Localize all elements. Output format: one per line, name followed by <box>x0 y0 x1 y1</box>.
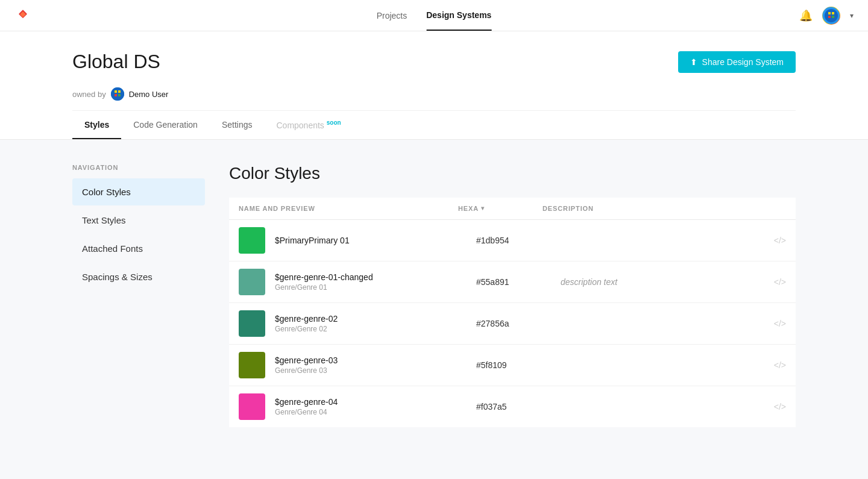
col-hexa-header: HEXA ▾ <box>458 205 542 212</box>
svg-rect-10 <box>115 94 117 96</box>
color-swatch <box>239 393 265 420</box>
sidebar-nav-label: NAVIGATION <box>72 164 205 171</box>
chevron-down-icon[interactable]: ▾ <box>850 11 854 20</box>
color-hexa: #55a891 <box>476 277 561 287</box>
color-var-name: $genre-genre-01-changed <box>275 272 476 282</box>
code-icon[interactable]: </> <box>762 236 786 245</box>
header-right: 🔔 ▾ <box>799 7 854 25</box>
header-left <box>14 7 31 24</box>
code-icon[interactable]: </> <box>762 360 786 370</box>
code-icon[interactable]: </> <box>762 277 786 287</box>
svg-rect-9 <box>118 90 121 93</box>
svg-rect-11 <box>118 94 121 96</box>
main-content: Color Styles NAME AND PREVIEW HEXA ▾ DES… <box>229 164 796 455</box>
color-row: $genre-genre-02 Genre/Genre 02 #27856a <… <box>229 303 796 345</box>
svg-rect-4 <box>832 12 834 14</box>
page-title-row: Global DS ⬆ Share Design System <box>72 51 796 73</box>
color-path: Genre/Genre 03 <box>275 366 476 375</box>
color-row: $PrimaryPrimary 01 #1db954 </> <box>229 220 796 261</box>
avatar-inner <box>823 7 840 24</box>
sidebar-item-text-styles[interactable]: Text Styles <box>72 207 205 234</box>
color-name-col: $genre-genre-02 Genre/Genre 02 <box>275 314 476 333</box>
color-description: description text <box>561 277 762 287</box>
owner-name: Demo User <box>129 90 169 99</box>
code-icon[interactable]: </> <box>762 319 786 328</box>
section-title: Color Styles <box>229 164 796 183</box>
code-icon[interactable]: </> <box>762 402 786 412</box>
col-desc-header: DESCRIPTION <box>542 205 762 212</box>
content-area: NAVIGATION Color Styles Text Styles Atta… <box>0 140 868 479</box>
owner-avatar <box>111 87 124 101</box>
sort-icon[interactable]: ▾ <box>481 205 485 211</box>
color-row: $genre-genre-01-changed Genre/Genre 01 #… <box>229 261 796 303</box>
col-name-header: NAME AND PREVIEW <box>239 205 458 212</box>
color-var-name: $genre-genre-04 <box>275 397 476 407</box>
color-name-col: $genre-genre-01-changed Genre/Genre 01 <box>275 272 476 292</box>
color-hexa: #f037a5 <box>476 402 561 412</box>
color-path: Genre/Genre 02 <box>275 325 476 333</box>
page-header: Global DS ⬆ Share Design System owned by… <box>0 31 868 140</box>
svg-rect-5 <box>828 16 831 18</box>
tab-bar: Styles Code Generation Settings Componen… <box>72 110 796 139</box>
share-icon: ⬆ <box>690 57 697 67</box>
app-header: Projects Design Systems 🔔 ▾ <box>0 0 868 31</box>
nav-projects[interactable]: Projects <box>377 1 407 30</box>
sidebar: NAVIGATION Color Styles Text Styles Atta… <box>72 164 205 455</box>
color-hexa: #5f8109 <box>476 360 561 370</box>
svg-rect-3 <box>828 12 831 14</box>
tab-code-generation[interactable]: Code Generation <box>121 111 210 139</box>
color-path: Genre/Genre 04 <box>275 408 476 416</box>
color-name-col: $genre-genre-03 Genre/Genre 03 <box>275 355 476 375</box>
color-swatch <box>239 227 265 254</box>
color-hexa: #1db954 <box>476 236 561 245</box>
color-hexa: #27856a <box>476 319 561 328</box>
svg-point-2 <box>825 9 838 22</box>
svg-rect-6 <box>832 16 834 18</box>
bell-icon[interactable]: 🔔 <box>799 9 813 22</box>
owned-row: owned by Demo User <box>72 87 796 101</box>
soon-badge: soon <box>327 119 341 126</box>
svg-rect-8 <box>115 90 117 93</box>
app-logo[interactable] <box>14 7 31 24</box>
color-swatch <box>239 352 265 378</box>
svg-point-7 <box>111 87 124 101</box>
avatar[interactable] <box>822 7 840 25</box>
share-button[interactable]: ⬆ Share Design System <box>678 51 796 73</box>
color-row: $genre-genre-03 Genre/Genre 03 #5f8109 <… <box>229 345 796 386</box>
color-swatch <box>239 269 265 295</box>
color-row: $genre-genre-04 Genre/Genre 04 #f037a5 <… <box>229 386 796 427</box>
nav-design-systems[interactable]: Design Systems <box>426 1 491 31</box>
color-rows-container: $PrimaryPrimary 01 #1db954 </> $genre-ge… <box>229 220 796 427</box>
sidebar-item-spacings-sizes[interactable]: Spacings & Sizes <box>72 263 205 290</box>
color-name-col: $genre-genre-04 Genre/Genre 04 <box>275 397 476 416</box>
color-path: Genre/Genre 01 <box>275 283 476 292</box>
tab-settings[interactable]: Settings <box>210 111 265 139</box>
color-swatch <box>239 310 265 337</box>
tab-components[interactable]: Components soon <box>264 111 353 140</box>
page: Global DS ⬆ Share Design System owned by… <box>0 31 868 479</box>
sidebar-item-attached-fonts[interactable]: Attached Fonts <box>72 235 205 262</box>
header-nav: Projects Design Systems <box>377 1 492 31</box>
sidebar-item-color-styles[interactable]: Color Styles <box>72 178 205 205</box>
table-header: NAME AND PREVIEW HEXA ▾ DESCRIPTION <box>229 198 796 220</box>
color-var-name: $genre-genre-02 <box>275 314 476 324</box>
color-var-name: $genre-genre-03 <box>275 355 476 365</box>
tab-styles[interactable]: Styles <box>72 111 121 139</box>
color-name-col: $PrimaryPrimary 01 <box>275 236 476 245</box>
page-title: Global DS <box>72 51 160 73</box>
color-var-name: $PrimaryPrimary 01 <box>275 236 476 245</box>
